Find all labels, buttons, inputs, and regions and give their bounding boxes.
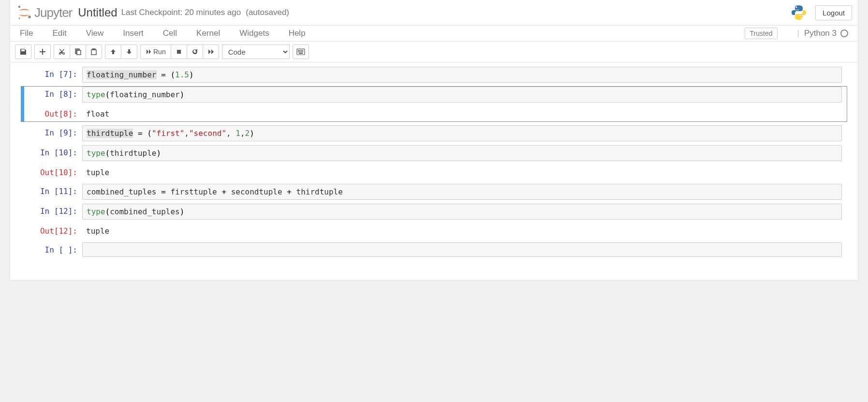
menu-file[interactable]: File — [20, 29, 33, 38]
arrow-up-icon — [110, 48, 117, 55]
toolbar: Run Code — [10, 42, 858, 62]
code-input[interactable]: type(combined_tuples) — [82, 204, 842, 220]
restart-run-all-button[interactable] — [203, 45, 219, 59]
code-input[interactable]: floating_number = (1.5) — [82, 67, 842, 83]
restart-button[interactable] — [187, 45, 203, 59]
kernel-name[interactable]: Python 3 — [804, 29, 837, 38]
run-label: Run — [153, 48, 166, 56]
menubar: File Edit View Insert Cell Kernel Widget… — [10, 25, 858, 42]
input-prompt: In [ ]: — [24, 242, 82, 257]
trusted-indicator[interactable]: Trusted — [745, 28, 778, 39]
code-cell[interactable]: In [8]:type(floating_number)Out[8]:float — [21, 86, 847, 122]
command-palette-button[interactable] — [293, 45, 309, 59]
stop-icon — [176, 49, 182, 55]
output-prompt: Out[12]: — [24, 223, 82, 238]
code-input[interactable]: combined_tuples = firsttuple + secondtup… — [82, 184, 842, 200]
run-icon — [146, 49, 151, 55]
code-cell[interactable]: In [9]:thirdtuple = ("first","second", 1… — [21, 125, 847, 142]
code-input[interactable]: type(thirdtuple) — [82, 145, 842, 161]
interrupt-button[interactable] — [171, 45, 187, 59]
fast-forward-icon — [207, 48, 214, 55]
menu-widgets[interactable]: Widgets — [239, 29, 269, 38]
notebook-area[interactable]: In [7]:floating_number = (1.5)In [8]:typ… — [10, 62, 858, 280]
restart-icon — [191, 48, 198, 55]
menu-edit[interactable]: Edit — [52, 29, 66, 38]
output-text: float — [82, 106, 847, 121]
svg-rect-7 — [298, 50, 299, 51]
jupyter-logo[interactable]: Jupyter — [16, 4, 72, 21]
copy-button[interactable] — [70, 45, 86, 59]
code-input[interactable]: type(floating_number) — [82, 87, 842, 103]
code-input[interactable] — [82, 242, 842, 257]
menu-view[interactable]: View — [86, 29, 104, 38]
paste-button[interactable] — [86, 45, 102, 59]
notebook-window: Jupyter Untitled Last Checkpoint: 20 min… — [10, 0, 858, 281]
input-prompt: In [10]: — [24, 145, 82, 160]
paste-icon — [90, 48, 98, 56]
svg-point-1 — [28, 15, 31, 18]
svg-point-4 — [801, 17, 802, 19]
svg-rect-11 — [298, 51, 299, 52]
save-button[interactable] — [15, 45, 31, 59]
plus-icon — [39, 48, 46, 55]
jupyter-logo-text: Jupyter — [34, 5, 72, 20]
svg-point-0 — [18, 6, 20, 8]
save-icon — [19, 48, 27, 56]
output-text: tuple — [82, 223, 847, 238]
keyboard-icon — [296, 48, 305, 55]
output-prompt: Out[8]: — [24, 106, 82, 121]
svg-rect-12 — [299, 51, 300, 52]
python-logo-icon — [790, 4, 808, 21]
checkpoint-status: Last Checkpoint: 20 minutes ago — [121, 8, 241, 17]
svg-rect-10 — [302, 50, 303, 51]
cut-button[interactable] — [54, 45, 70, 59]
kernel-indicator: | Python 3 — [797, 29, 848, 38]
svg-rect-8 — [299, 50, 300, 51]
move-down-button[interactable] — [121, 45, 137, 59]
input-prompt: In [9]: — [24, 125, 82, 140]
input-prompt: In [11]: — [24, 184, 82, 199]
code-cell[interactable]: In [11]:combined_tuples = firsttuple + s… — [21, 183, 847, 200]
svg-rect-9 — [301, 50, 302, 51]
menu-insert[interactable]: Insert — [123, 29, 144, 38]
autosave-status: (autosaved) — [246, 8, 289, 17]
run-button[interactable]: Run — [140, 45, 171, 59]
code-cell[interactable]: In [10]:type(thirdtuple)Out[10]:tuple — [21, 145, 847, 180]
cut-icon — [58, 48, 66, 56]
svg-point-3 — [796, 7, 797, 8]
input-prompt: In [8]: — [24, 87, 82, 102]
svg-rect-14 — [302, 51, 303, 52]
svg-rect-13 — [301, 51, 302, 52]
arrow-down-icon — [126, 48, 132, 55]
header: Jupyter Untitled Last Checkpoint: 20 min… — [10, 0, 858, 25]
menu-help[interactable]: Help — [289, 29, 306, 38]
svg-point-2 — [18, 17, 20, 19]
notebook-title[interactable]: Untitled — [78, 6, 117, 19]
input-prompt: In [7]: — [24, 67, 82, 82]
code-cell[interactable]: In [12]:type(combined_tuples)Out[12]:tup… — [21, 203, 847, 239]
code-cell[interactable]: In [7]:floating_number = (1.5) — [21, 66, 847, 83]
output-text: tuple — [82, 165, 847, 180]
move-up-button[interactable] — [105, 45, 121, 59]
jupyter-logo-icon — [16, 4, 32, 21]
code-cell[interactable]: In [ ]: — [21, 242, 847, 258]
input-prompt: In [12]: — [24, 204, 82, 219]
svg-rect-5 — [177, 50, 181, 54]
menu-kernel[interactable]: Kernel — [196, 29, 220, 38]
cell-type-select[interactable]: Code — [222, 45, 290, 59]
svg-rect-15 — [299, 53, 303, 54]
copy-icon — [74, 48, 82, 56]
logout-button[interactable]: Logout — [815, 5, 852, 20]
insert-cell-button[interactable] — [34, 45, 51, 59]
output-prompt: Out[10]: — [24, 165, 82, 180]
kernel-status-icon — [840, 30, 848, 37]
code-input[interactable]: thirdtuple = ("first","second", 1,2) — [82, 125, 842, 141]
menu-cell[interactable]: Cell — [163, 29, 177, 38]
